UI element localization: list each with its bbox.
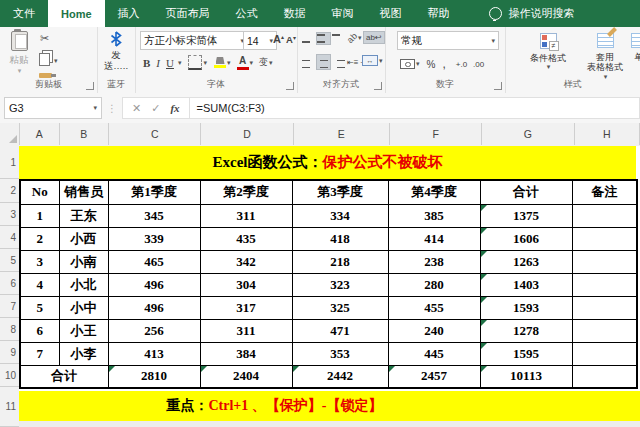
fill-color-button[interactable]: [214, 57, 226, 68]
cell-q1[interactable]: 413: [108, 342, 200, 365]
paste-button[interactable]: 粘贴 ▾: [5, 31, 33, 75]
cell-name[interactable]: 小南: [59, 250, 108, 273]
column-header-A[interactable]: A: [20, 123, 60, 145]
align-center-button[interactable]: [316, 54, 331, 70]
decrease-indent-button[interactable]: ⇤≡: [346, 57, 359, 68]
cell-note[interactable]: [572, 227, 637, 250]
cell-name[interactable]: 小中: [59, 296, 108, 319]
cancel-icon[interactable]: ✕: [132, 102, 141, 115]
enter-icon[interactable]: ✓: [151, 102, 160, 115]
cut-button[interactable]: ✂: [40, 32, 49, 45]
cell-q2[interactable]: 311: [200, 204, 292, 227]
cell-q4[interactable]: 455: [388, 296, 480, 319]
conditional-formatting-button[interactable]: ≠ 条件格式 ▾: [530, 33, 566, 71]
cell-note[interactable]: [572, 296, 637, 319]
tab-公式[interactable]: 公式: [223, 0, 271, 27]
column-header-G[interactable]: G: [482, 123, 574, 145]
cell-q2[interactable]: 304: [200, 273, 292, 296]
phonetic-guide-button[interactable]: 变: [259, 56, 268, 69]
row-header-6[interactable]: 6: [0, 272, 19, 295]
tab-帮助[interactable]: 帮助: [415, 0, 463, 27]
row-header-1[interactable]: 1: [0, 146, 19, 179]
total-q2-cell[interactable]: 2404: [200, 365, 292, 388]
cell-q3[interactable]: 471: [292, 319, 388, 342]
cell-q3[interactable]: 334: [292, 204, 388, 227]
cell-q4[interactable]: 280: [388, 273, 480, 296]
percent-style-button[interactable]: %: [426, 58, 437, 71]
align-right-button[interactable]: [331, 54, 346, 70]
cell-no[interactable]: 3: [20, 250, 59, 273]
cell-no[interactable]: 2: [20, 227, 59, 250]
header-cell-销售员[interactable]: 销售员: [59, 180, 108, 204]
comma-style-button[interactable]: ,: [441, 56, 446, 72]
row-header-8[interactable]: 8: [0, 318, 19, 341]
font-name-select[interactable]: 方正小标宋简体▾: [140, 31, 248, 50]
cell-q3[interactable]: 325: [292, 296, 388, 319]
bluetooth-send-button[interactable]: 发 送…..: [97, 31, 135, 72]
cell-note[interactable]: [572, 319, 637, 342]
alignment-dialog-launcher[interactable]: [374, 82, 382, 90]
merge-center-button[interactable]: ↔▾: [361, 54, 384, 67]
cell-q1[interactable]: 345: [108, 204, 200, 227]
insert-function-icon[interactable]: fx: [170, 102, 179, 114]
cell-total[interactable]: 1593: [480, 296, 572, 319]
total-q3-cell[interactable]: 2442: [292, 365, 388, 388]
cell-q3[interactable]: 418: [292, 227, 388, 250]
cell-name[interactable]: 小西: [59, 227, 108, 250]
cell-total[interactable]: 1263: [480, 250, 572, 273]
total-q1-cell[interactable]: 2810: [108, 365, 200, 388]
cell-note[interactable]: [572, 204, 637, 227]
tell-me-search[interactable]: 操作说明搜索: [489, 0, 575, 27]
row-header-3[interactable]: 3: [0, 203, 19, 226]
column-header-B[interactable]: B: [60, 123, 110, 145]
cell-q3[interactable]: 323: [292, 273, 388, 296]
cell-no[interactable]: 7: [20, 342, 59, 365]
name-box[interactable]: G3 ▾: [4, 97, 102, 119]
cell-q3[interactable]: 353: [292, 342, 388, 365]
header-cell-No[interactable]: No: [20, 180, 59, 204]
font-size-select[interactable]: 14▾: [243, 31, 277, 50]
cell-q2[interactable]: 435: [200, 227, 292, 250]
tab-视图[interactable]: 视图: [367, 0, 415, 27]
column-header-E[interactable]: E: [294, 123, 390, 145]
grow-font-button[interactable]: A▴: [273, 33, 284, 45]
total-label-cell[interactable]: 合计: [20, 365, 108, 388]
cell-q1[interactable]: 339: [108, 227, 200, 250]
cell-total[interactable]: 1278: [480, 319, 572, 342]
row-header-10[interactable]: 10: [0, 364, 19, 387]
middle-align-button[interactable]: [316, 32, 331, 45]
column-header-D[interactable]: D: [201, 123, 293, 145]
cell-no[interactable]: 6: [20, 319, 59, 342]
grand-total-cell[interactable]: 10113: [480, 365, 572, 388]
cell-q4[interactable]: 414: [388, 227, 480, 250]
row-header-4[interactable]: 4: [0, 226, 19, 249]
cell-q4[interactable]: 240: [388, 319, 480, 342]
tab-插入[interactable]: 插入: [105, 0, 153, 27]
cell-q1[interactable]: 256: [108, 319, 200, 342]
formula-input[interactable]: =SUM(C3:F3): [190, 97, 640, 119]
cell-note[interactable]: [572, 342, 637, 365]
row-header-2[interactable]: 2: [0, 179, 19, 203]
number-format-select[interactable]: 常规▾: [397, 31, 499, 50]
tab-Home[interactable]: Home: [48, 0, 105, 27]
cell-name[interactable]: 小李: [59, 342, 108, 365]
cell-name[interactable]: 小北: [59, 273, 108, 296]
borders-icon[interactable]: [188, 55, 202, 70]
italic-button[interactable]: I: [153, 54, 163, 71]
cell-styles-button[interactable]: 单: [631, 33, 640, 62]
footer-banner[interactable]: 重点： Ctrl+1 、【保护】-【锁定】: [19, 391, 640, 421]
header-cell-第3季度[interactable]: 第3季度: [292, 180, 388, 204]
shrink-font-button[interactable]: A▾: [286, 34, 296, 45]
cell-no[interactable]: 1: [20, 204, 59, 227]
cell-q1[interactable]: 496: [108, 273, 200, 296]
cell-total[interactable]: 1403: [480, 273, 572, 296]
tab-审阅[interactable]: 审阅: [319, 0, 367, 27]
align-left-button[interactable]: [301, 54, 316, 70]
row-header-7[interactable]: 7: [0, 295, 19, 318]
cell-q2[interactable]: 384: [200, 342, 292, 365]
decrease-decimal-button[interactable]: .00: [472, 59, 485, 70]
cell-total[interactable]: 1606: [480, 227, 572, 250]
cell-total[interactable]: 1375: [480, 204, 572, 227]
font-dialog-launcher[interactable]: [286, 82, 294, 90]
row-header-11[interactable]: 11: [0, 387, 19, 427]
